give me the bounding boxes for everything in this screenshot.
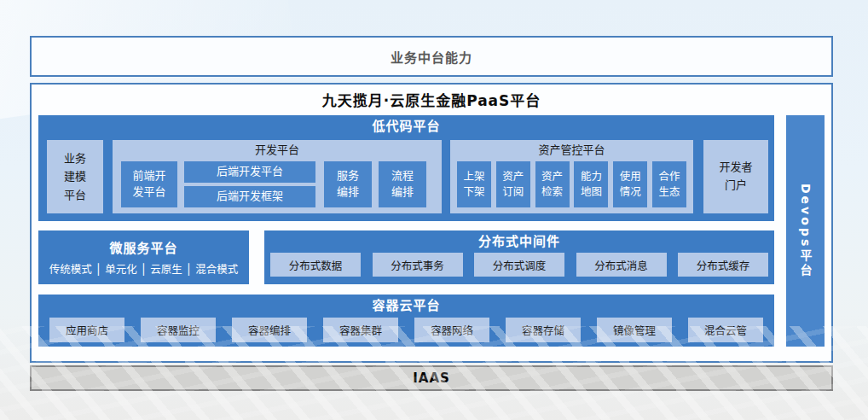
middleware-item: 分布式消息	[576, 253, 667, 277]
backend-dev-platform-box: 后端开发平台	[184, 161, 315, 183]
middleware-item: 分布式缓存	[678, 253, 768, 277]
container-item: 容器集群	[323, 318, 398, 342]
lowcode-platform-title: 低代码平台	[38, 115, 774, 137]
middleware-items-row: 分布式数据 分布式事务 分布式调度 分布式消息 分布式缓存	[264, 253, 774, 277]
container-item: 容器编排	[232, 318, 307, 342]
business-midplatform-label: 业务中台能力	[391, 48, 472, 66]
microservice-platform-title: 微服务平台	[38, 238, 249, 256]
business-midplatform-banner: 业务中台能力	[30, 36, 833, 77]
container-items-row: 应用商店 容器监控 容器编排 容器集群 容器网络 容器存储 镜像管理 混合云管	[38, 318, 774, 342]
architecture-diagram: 业务中台能力 九天揽月·云原生金融PaaS平台 低代码平台 业务 建模 平台 开…	[0, 0, 868, 420]
asset-items-row: 上架 下架 资产 订阅 资产 检索 能力 地图 使用 情况 合作 生态	[457, 161, 686, 207]
paas-platform-box: 九天揽月·云原生金融PaaS平台 低代码平台 业务 建模 平台 开发平台 前端开…	[30, 83, 833, 363]
iaas-bar: IAAS	[30, 365, 833, 391]
container-item: 容器监控	[141, 318, 216, 342]
paas-platform-title: 九天揽月·云原生金融PaaS平台	[32, 89, 831, 110]
frontend-dev-platform-box: 前端开 发平台	[121, 161, 177, 207]
distributed-middleware-title: 分布式中间件	[264, 230, 774, 253]
iaas-label: IAAS	[413, 370, 450, 386]
asset-control-platform-title: 资产管控平台	[450, 140, 693, 160]
developer-portal-box: 开发者 门户	[703, 140, 768, 213]
lowcode-platform-section: 低代码平台 业务 建模 平台 开发平台 前端开 发平台 后端开发平台 后端开发框…	[38, 115, 774, 221]
asset-item: 使用 情况	[613, 161, 647, 207]
container-item: 镜像管理	[597, 318, 672, 342]
dev-platform-container: 开发平台 前端开 发平台 后端开发平台 后端开发框架 服务 编排 流程 编排	[113, 140, 442, 213]
middleware-item: 分布式事务	[373, 253, 463, 277]
container-item: 容器网络	[414, 318, 489, 342]
asset-item: 合作 生态	[652, 161, 686, 207]
middleware-item: 分布式数据	[270, 253, 361, 277]
asset-item: 资产 检索	[535, 161, 570, 207]
container-cloud-platform-section: 容器云平台 应用商店 容器监控 容器编排 容器集群 容器网络 容器存储 镜像管理…	[38, 295, 774, 347]
middleware-item: 分布式调度	[474, 253, 564, 277]
service-orchestration-box: 服务 编排	[324, 161, 372, 207]
asset-control-platform-container: 资产管控平台 上架 下架 资产 订阅 资产 检索 能力 地图 使用 情况 合作 …	[450, 140, 693, 213]
backend-dev-framework-box: 后端开发框架	[184, 186, 315, 207]
container-item: 容器存储	[506, 318, 581, 342]
process-orchestration-box: 流程 编排	[379, 161, 426, 207]
container-cloud-platform-title: 容器云平台	[38, 295, 774, 317]
distributed-middleware-section: 分布式中间件 分布式数据 分布式事务 分布式调度 分布式消息 分布式缓存	[264, 230, 774, 284]
container-item: 混合云管	[688, 318, 763, 342]
asset-item: 能力 地图	[574, 161, 608, 207]
microservice-modes: 传统模式 │ 单元化 │ 云原生 │ 混合模式	[38, 260, 249, 277]
asset-item: 资产 订阅	[496, 161, 530, 207]
container-item: 应用商店	[49, 318, 124, 342]
microservice-platform-section: 微服务平台 传统模式 │ 单元化 │ 云原生 │ 混合模式	[38, 230, 249, 284]
devops-platform-strip: Devops平台	[786, 115, 825, 347]
dev-platform-title: 开发平台	[113, 140, 442, 160]
asset-item: 上架 下架	[457, 161, 491, 207]
business-modeling-platform-box: 业务 建模 平台	[47, 140, 103, 213]
